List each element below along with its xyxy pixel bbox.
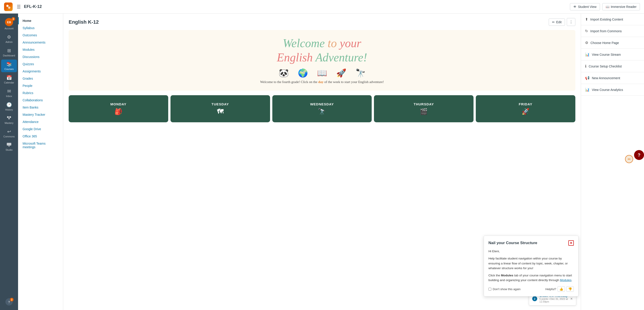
nav-item-grades[interactable]: Grades [18, 75, 63, 82]
view-course-stream-button[interactable]: 📊 View Course Stream [581, 49, 644, 60]
sidebar-item-label: Account [4, 27, 14, 30]
nav-item-announcements[interactable]: Announcements [18, 39, 63, 46]
decoration-telescope: 🔭 [356, 68, 366, 78]
nav-item-office-365[interactable]: Office 365 [18, 133, 63, 140]
student-view-button[interactable]: 👁 Student View [570, 3, 600, 10]
pencil-float-button[interactable]: ✏ [625, 155, 633, 163]
day-card-tuesday[interactable]: TUESDAY 🗺 [170, 95, 270, 122]
welcome-text: Welcome to your English Adventure! [277, 37, 367, 64]
nav-item-syllabus[interactable]: Syllabus [18, 24, 63, 31]
course-setup-checklist-button[interactable]: ℹ Course Setup Checklist [581, 60, 644, 72]
day-card-monday[interactable]: MONDAY 🎒 [69, 95, 168, 122]
thumbs-down-button[interactable]: 👎 [566, 286, 574, 292]
nail-popup-header: Nail your Course Structure ✕ [488, 240, 574, 246]
nail-popup-close-button[interactable]: ✕ [568, 240, 574, 246]
day-card-wednesday[interactable]: WEDNESDAY 🔭 [272, 95, 372, 122]
student-view-icon: 👁 [573, 5, 576, 8]
nail-popup-footer: Don't show this again Helpful? 👍 👎 [488, 286, 574, 292]
admin-icon: ⚙ [7, 34, 11, 40]
sidebar-item-admin[interactable]: ⚙ Admin [1, 32, 17, 45]
nav-item-people[interactable]: People [18, 82, 63, 89]
view-analytics-icon: 📊 [585, 87, 590, 92]
nav-item-modules[interactable]: Modules [18, 46, 63, 53]
sidebar-item-label: Courses [4, 68, 14, 70]
page-course-title: EFL-K-12 [24, 4, 567, 9]
content-area: English K-12 ✏ Edit ⋮ Welcome to your [63, 13, 581, 310]
welcome-subtext: Welcome to the fourth grade! Click on th… [260, 80, 384, 84]
svg-point-2 [7, 116, 9, 118]
svg-point-0 [6, 5, 8, 7]
nav-item-microsoft-teams[interactable]: Microsoft Teams meetings [18, 140, 63, 151]
grade-notification-badge: 2 [532, 296, 537, 301]
svg-point-4 [8, 118, 10, 119]
modules-link[interactable]: Modules [560, 279, 572, 282]
edit-icon: ✏ [552, 20, 555, 24]
nav-item-attendance[interactable]: Attendance [18, 118, 63, 125]
view-course-stream-icon: 📊 [585, 52, 590, 57]
help-badge: 2 [10, 298, 14, 302]
import-existing-content-button[interactable]: ⬆ Import Existing Content [581, 13, 644, 25]
courses-icon: 📚 [6, 61, 12, 67]
sidebar-item-label: Calendar [4, 81, 14, 84]
account-badge: 2 [12, 17, 15, 21]
import-from-commons-button[interactable]: ↻ Import from Commons [581, 25, 644, 37]
import-commons-icon: ↻ [585, 29, 588, 33]
sidebar-item-history[interactable]: 🕐 History [1, 100, 17, 113]
nail-popup-cta: Click the Modules tab of your course nav… [488, 273, 574, 283]
mastery-icon [6, 115, 12, 121]
grade-notification-meta: 5 points • Dec 31, 2022 at 11:59pm [540, 298, 568, 303]
dont-show-label[interactable]: Don't show this again [488, 288, 520, 291]
day-card-thursday[interactable]: THURSDAY 🎬 [374, 95, 474, 122]
new-announcement-button[interactable]: 📢 New Announcement [581, 72, 644, 84]
nav-item-google-drive[interactable]: Google Drive [18, 125, 63, 133]
nav-item-item-banks[interactable]: Item Banks [18, 104, 63, 111]
more-icon: ⋮ [569, 20, 573, 24]
day-cards: MONDAY 🎒 TUESDAY 🗺 WEDNESDAY 🔭 THURSDAY … [69, 95, 575, 122]
sidebar-item-courses[interactable]: 📚 Courses [1, 59, 17, 72]
nav-item-discussions[interactable]: Discussions [18, 53, 63, 60]
thumbs-up-button[interactable]: 👍 [558, 286, 565, 292]
nail-popup-body: Hi Eleni, Help facilitate student naviga… [488, 249, 574, 283]
grade-notification-close[interactable]: ✕ [570, 297, 573, 301]
calendar-icon: 📅 [6, 75, 12, 80]
nav-item-quizzes[interactable]: Quizzes [18, 60, 63, 68]
sidebar-item-account[interactable]: 2 EB Account [1, 16, 17, 31]
more-options-button[interactable]: ⋮ [567, 18, 575, 26]
sidebar-item-label: Inbox [6, 95, 12, 97]
thursday-icon: 🎬 [420, 108, 428, 115]
choose-homepage-button[interactable]: ⚙ Choose Home Page [581, 37, 644, 49]
help-float-button[interactable]: ? [634, 150, 644, 160]
view-course-analytics-button[interactable]: 📊 View Course Analytics [581, 84, 644, 96]
decoration-panda: 🐼 [279, 68, 289, 78]
left-sidebar: 2 EB Account ⚙ Admin ⊞ Dashboard 📚 Cours… [0, 13, 18, 310]
nav-item-rubrics[interactable]: Rubrics [18, 89, 63, 97]
course-nav: Home Syllabus Outcomes Announcements Mod… [18, 13, 63, 310]
nav-item-collaborations[interactable]: Collaborations [18, 97, 63, 104]
sidebar-item-mastery[interactable]: Mastery [1, 114, 17, 126]
main-container: 2 EB Account ⚙ Admin ⊞ Dashboard 📚 Cours… [0, 13, 644, 310]
immersive-reader-icon: 📖 [606, 5, 610, 8]
nav-item-outcomes[interactable]: Outcomes [18, 31, 63, 39]
edit-button[interactable]: ✏ Edit [549, 18, 565, 26]
nav-item-assignments[interactable]: Assignments [18, 68, 63, 75]
helpful-section: Helpful? 👍 👎 [545, 286, 574, 292]
sidebar-item-help[interactable]: ? 2 [1, 297, 17, 307]
sidebar-item-dashboard[interactable]: ⊞ Dashboard [1, 46, 17, 59]
decoration-book: 📖 [317, 68, 327, 78]
nav-item-home[interactable]: Home [18, 17, 63, 24]
sidebar-item-commons[interactable]: ↩ Commons [1, 127, 17, 140]
sidebar-item-inbox[interactable]: ✉ Inbox [1, 87, 17, 99]
day-card-friday[interactable]: FRIDAY 🚀 [476, 95, 575, 122]
welcome-banner: Welcome to your English Adventure! 🐼 🌍 📖… [69, 30, 575, 91]
tuesday-icon: 🗺 [217, 108, 223, 115]
nav-item-mastery-tracker[interactable]: Mastery Tracker [18, 111, 63, 118]
right-panel: ⬆ Import Existing Content ↻ Import from … [581, 13, 644, 310]
hamburger-icon[interactable]: ☰ [17, 4, 21, 9]
sidebar-item-studio[interactable]: Studio [1, 141, 17, 153]
import-existing-icon: ⬆ [585, 17, 588, 21]
sidebar-item-calendar[interactable]: 📅 Calendar [1, 73, 17, 86]
immersive-reader-button[interactable]: 📖 Immersive Reader [602, 3, 640, 10]
top-bar: ☰ EFL-K-12 👁 Student View 📖 Immersive Re… [0, 0, 644, 13]
nail-popup-title: Nail your Course Structure [488, 241, 537, 245]
dont-show-checkbox[interactable] [488, 288, 491, 291]
